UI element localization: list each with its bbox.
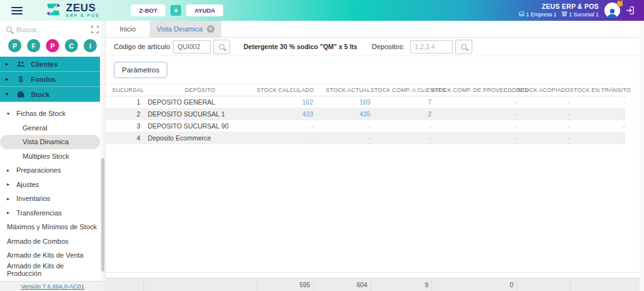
tab-inicio[interactable]: Inicio (106, 21, 150, 37)
sidebar-scrollbar[interactable] (101, 21, 105, 281)
column-header-stock-comp-a-clientes[interactable]: STOCK COMP. A CLIENTES (370, 87, 431, 93)
account-area: ZEUS ERP & POS 1 Empresa 1 1 Sucursal 1 (519, 3, 638, 19)
sidebar-item-clientes[interactable]: ▸Clientes (0, 57, 100, 72)
sidebar-item-preparaciones[interactable]: ▸Preparaciones (0, 163, 100, 178)
quick-icon-i-4[interactable]: I (84, 39, 97, 52)
cell-sucursal: 1 (106, 98, 143, 106)
cell-stock-en-tr-nsito: - (570, 110, 625, 118)
table-row[interactable]: 3DEPOSITO SUCURSAL 90------ (106, 120, 625, 132)
column-header-stock-actual[interactable]: STOCK ACTUAL (313, 87, 370, 93)
chevron-right-icon: ▸ (7, 181, 12, 187)
column-header-stock-comp-de-proveedores[interactable]: STOCK COMP. DE PROVEEDORES (431, 87, 516, 93)
zbot-button[interactable]: Z-BOT (131, 4, 165, 16)
logout-icon[interactable] (626, 6, 635, 14)
sidebar-item-m-ltiples-stock[interactable]: Múltiples Stock (0, 149, 100, 164)
content-scrollbar[interactable] (640, 21, 644, 291)
column-header-sucursal[interactable]: SUCURSAL (106, 87, 143, 93)
cell-stock-calculado: 433 (257, 110, 313, 118)
total-sucursal (106, 278, 143, 291)
codigo-articulo-label: Código de artículo (114, 43, 170, 50)
tab-vista-dinamica[interactable]: Vista Dinamica ✕ (150, 21, 221, 37)
quick-icon-p-2[interactable]: P (46, 39, 59, 52)
parametros-button[interactable]: Parámetros (114, 62, 167, 78)
logo-subtitle: ERP & POS (66, 14, 99, 18)
quick-icon-f-1[interactable]: F (27, 39, 40, 52)
column-header-stock-en-tr-nsito[interactable]: STOCK EN TRÁNSITO (570, 87, 625, 93)
app-root: ZEUS ERP & POS Z-BOT + AYUDA ZEUS ERP & … (0, 0, 644, 291)
stock-table: SUCURSALDEPÓSITOSTOCK CALCULADOSTOCK ACT… (106, 83, 644, 144)
sidebar-item-fichas-de-stock[interactable]: ▾Fichas de Stock (0, 106, 100, 121)
depositos-input[interactable] (410, 40, 453, 54)
cell-stock-comp-de-proveedores: - (431, 122, 516, 130)
column-header-stock-acopiado[interactable]: STOCK ACOPIADO (516, 87, 570, 93)
chevron-right-icon: ▸ (7, 168, 12, 173)
quick-icon-p-0[interactable]: P (8, 39, 21, 52)
sidebar-item-transferencias[interactable]: ▸Transferencias (0, 206, 100, 220)
search-icon (6, 26, 12, 32)
cell-stock-actual: 435 (313, 110, 370, 118)
cell-stock-comp-de-proveedores: - (431, 98, 516, 106)
depositos-search-button[interactable] (455, 40, 472, 54)
sidebar-item-general[interactable]: General (0, 121, 100, 135)
sidebar: PFPCI ▸Clientes▸$Fondos▾Stock ▾Fichas de… (0, 21, 106, 291)
table-header-row: SUCURSALDEPÓSITOSTOCK CALCULADOSTOCK ACT… (106, 83, 625, 96)
chevron-right-icon: ▸ (7, 210, 12, 215)
sidebar-item-vista-dinamica[interactable]: Vista Dinamica (0, 135, 100, 149)
cell-stock-actual: - (313, 134, 370, 142)
close-tab-icon[interactable]: ✕ (207, 25, 214, 33)
avatar[interactable] (604, 3, 620, 18)
ayuda-button[interactable]: AYUDA (186, 4, 223, 16)
codigo-articulo-input[interactable] (173, 40, 211, 54)
sidebar-item-m-ximos-y-m-nimos-de-stock[interactable]: Máximos y Mínimos de Stock (0, 220, 100, 234)
total-stock-en-tr-nsito (570, 278, 625, 291)
sidebar-item-fondos[interactable]: ▸$Fondos (0, 72, 100, 87)
cell-stock-calculado: - (257, 134, 313, 142)
filter-bar: Código de artículo Detergente 30 % sodic… (106, 38, 644, 56)
empresa-label[interactable]: 1 Empresa 1 (526, 11, 557, 18)
sidebar-item-label: Inventarios (16, 195, 50, 202)
codigo-search-button[interactable] (213, 40, 230, 54)
sidebar-item-label: Armado de Combos (7, 237, 69, 245)
sidebar-item-armado-de-kits-de-venta[interactable]: Armado de Kits de Venta (0, 248, 100, 263)
sidebar-item-armado-de-combos[interactable]: Armado de Combos (0, 234, 100, 249)
chevron-right-icon: ▸ (6, 61, 11, 67)
total-stock-actual: 604 (313, 278, 370, 291)
sidebar-sub-menu: ▾Fichas de StockGeneralVista DinamicaMúl… (0, 102, 100, 281)
sucursal-label[interactable]: 1 Sucursal 1 (569, 11, 599, 18)
lock-badge-icon (617, 1, 623, 6)
column-header-dep-sito[interactable]: DEPÓSITO (143, 87, 257, 93)
sidebar-item-label: Máximos y Mínimos de Stock (7, 223, 97, 231)
sidebar-item-inventarios[interactable]: ▸Inventarios (0, 191, 100, 206)
chevron-right-icon: ▸ (7, 196, 12, 202)
cell-stock-calculado: 162 (257, 98, 313, 106)
table-row[interactable]: 4Deposito Ecommerce------ (106, 132, 625, 144)
cell-stock-en-tr-nsito: - (570, 122, 625, 130)
cell-dep-sito: DEPOSITO SUCURSAL 90 (143, 122, 257, 130)
total-dep-sito (143, 278, 257, 291)
hamburger-menu-icon[interactable] (11, 7, 23, 14)
sidebar-item-armado-de-kits-de-producci-n[interactable]: Armado de Kits de Producción (0, 263, 100, 277)
plus-icon[interactable]: + (170, 5, 181, 16)
table-row[interactable]: 2DEPOSITO SUCURSAL 14334352--- (106, 108, 625, 120)
quick-icon-c-3[interactable]: C (65, 39, 78, 52)
sidebar-item-ajustes[interactable]: ▸Ajustes (0, 178, 100, 192)
sidebar-main-menu: ▸Clientes▸$Fondos▾Stock (0, 57, 100, 102)
table-row[interactable]: 1DEPOSITO GENERAL1621697--- (106, 96, 625, 108)
chevron-down-icon: ▾ (7, 111, 12, 117)
cell-stock-acopiado: - (516, 122, 570, 130)
sidebar-search-input[interactable] (16, 26, 72, 33)
cell-stock-comp-a-clientes: 7 (370, 98, 431, 106)
total-stock-comp-de-proveedores: 0 (431, 278, 516, 291)
main-content: Inicio Vista Dinamica ✕ Código de artícu… (106, 21, 644, 291)
table-footer-divider (106, 272, 644, 273)
sidebar-item-label: Clientes (31, 60, 58, 68)
building-icon (519, 11, 525, 18)
cell-stock-calculado: - (257, 122, 313, 130)
sidebar-item-stock[interactable]: ▾Stock (0, 87, 100, 102)
column-header-stock-calculado[interactable]: STOCK CALCULADO (257, 87, 313, 93)
sidebar-scrollbar-thumb[interactable] (101, 158, 104, 271)
people-icon (16, 60, 25, 67)
cell-stock-comp-a-clientes: - (370, 122, 431, 130)
fullscreen-icon[interactable] (91, 26, 99, 33)
version-link[interactable]: Versión 7.6.664.0-AC01 (0, 281, 105, 291)
